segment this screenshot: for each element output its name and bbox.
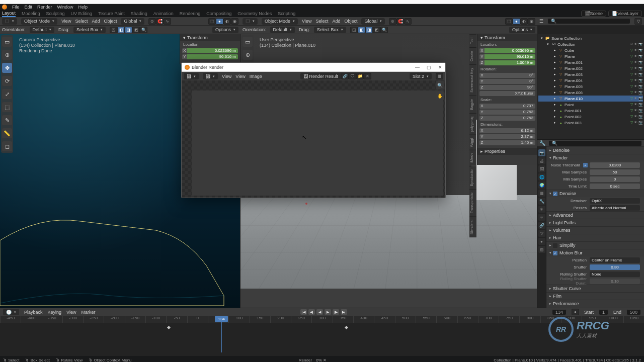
ptab-modifier[interactable]: 🔧 <box>538 198 545 205</box>
ws-texturepaint[interactable]: Texture Paint <box>98 11 125 16</box>
editor-type-L[interactable]: ⬚ <box>2 18 17 25</box>
timeline[interactable]: 🕑 Playback Keying View Marker |◀ ◀| ◀ ▶ … <box>0 308 644 356</box>
filter-icon[interactable]: ▽ <box>634 18 642 25</box>
tool-select-box[interactable]: ▭ <box>2 37 12 47</box>
folder-icon[interactable]: 📁 <box>356 73 364 79</box>
passes-select[interactable]: Albedo and Normal <box>590 205 640 211</box>
outliner-item[interactable]: ▸▽Plane.006▽👁📷 <box>538 89 643 96</box>
max-samples-field[interactable]: 50 <box>590 169 640 175</box>
outliner-item[interactable]: ▸▽Plane.003▽👁📷 <box>538 71 643 77</box>
ws-uvediting[interactable]: UV Editing <box>71 11 93 16</box>
outliner-item[interactable]: ▸▽Plane.004▽👁📷 <box>538 77 643 83</box>
tl-marker[interactable]: Marker <box>81 310 95 315</box>
maximize-icon[interactable]: ▢ <box>427 65 431 70</box>
ptab-texture[interactable]: ▨ <box>538 246 545 253</box>
shutter-field[interactable]: 0.80 <box>590 264 640 270</box>
link-icon[interactable]: 🔗 <box>341 73 349 79</box>
orient-R[interactable]: Global <box>361 18 385 25</box>
menu-render[interactable]: Render <box>37 5 52 10</box>
tool-rotate[interactable]: ⟳ <box>2 76 12 86</box>
ptab-data[interactable]: ▽ <box>538 230 545 237</box>
outliner-item[interactable]: ▸●Point.003▽👁📷 <box>538 120 643 126</box>
play-rev-icon[interactable]: ◀ <box>316 309 323 315</box>
ptab-world[interactable]: 🌍 <box>538 182 545 189</box>
image-mode[interactable]: 🖼 <box>203 73 218 79</box>
locR-x[interactable]: 0.023696 m <box>485 48 535 53</box>
image-editor-type[interactable]: 🖼 <box>184 73 199 79</box>
minimize-icon[interactable]: — <box>415 65 420 70</box>
shade-matprev-icon[interactable]: ◐ <box>223 18 231 25</box>
shade-solid-icon[interactable]: ● <box>216 18 223 25</box>
rot-mode[interactable]: XYZ Euler <box>479 91 535 96</box>
timeline-type-icon[interactable]: 🕑 <box>3 309 19 315</box>
locL-y[interactable]: 96.616 m <box>187 54 238 59</box>
shade-solid-icon[interactable]: ● <box>513 18 520 25</box>
tool-transform[interactable]: ⬚ <box>2 102 12 112</box>
editor-type-R[interactable]: ⬚ <box>243 18 258 25</box>
rolling-shutter-select[interactable]: None <box>590 272 640 277</box>
ws-animation[interactable]: Animation <box>153 11 174 16</box>
time-limit-field[interactable]: 0 sec <box>590 184 640 189</box>
viewlayer-selector[interactable]: 📑 ViewLayer <box>608 11 642 17</box>
viewL-menu-view[interactable]: View <box>61 19 71 24</box>
display-channels-icon[interactable]: ▦ <box>436 73 443 79</box>
ws-sculpting[interactable]: Sculpting <box>46 11 65 16</box>
orient-L[interactable]: Global <box>121 18 144 25</box>
viewL-menu-select[interactable]: Select <box>75 19 88 24</box>
tl-view[interactable]: View <box>66 310 76 315</box>
viewR-menu-select[interactable]: Select <box>315 19 328 24</box>
viewR-menu-add[interactable]: Add <box>332 19 340 24</box>
ptab-output[interactable]: 🖨 <box>538 157 545 164</box>
orientation-select-R[interactable]: Default <box>270 27 295 33</box>
render-window[interactable]: Blender Render — ▢ ✕ 🖼 🖼 View View Image… <box>181 62 446 198</box>
locL-x[interactable]: 0.023696 m <box>187 48 238 53</box>
shade-render-icon[interactable]: ◉ <box>231 18 238 25</box>
ws-geonodes[interactable]: Geometry Nodes <box>237 11 272 16</box>
outliner-search[interactable]: 🔍 <box>547 18 630 24</box>
mode-select-R[interactable]: Object Mode <box>262 18 298 25</box>
play-icon[interactable]: ▶ <box>325 309 331 315</box>
outliner-item[interactable]: ▸▽Plane▽👁📷 <box>538 53 643 59</box>
shade-wire-icon[interactable]: ⬚ <box>208 18 216 25</box>
outliner-item[interactable]: ▸●Point▽👁📷 <box>538 102 643 108</box>
keyframe-marker[interactable] <box>167 326 171 329</box>
denoiser-select[interactable]: OptiX <box>590 198 640 204</box>
outliner-item[interactable]: ▸●Point.002▽👁📷 <box>538 114 643 120</box>
options-L[interactable]: Options <box>212 27 238 33</box>
tool-select-box[interactable]: ▭ <box>243 37 253 47</box>
ptab-viewlayer[interactable]: 🖼 <box>538 165 545 172</box>
orientation-select-L[interactable]: Default <box>30 27 55 33</box>
locR-z[interactable]: 1.0049 m <box>485 60 535 65</box>
pan-icon[interactable]: ✋ <box>436 92 444 100</box>
render-canvas[interactable] <box>182 80 445 198</box>
viewR-menu-object[interactable]: Object <box>344 19 357 24</box>
render-result-name[interactable]: 🖼 Render Result <box>300 73 342 79</box>
noise-threshold-checkbox[interactable]: ✓ <box>583 163 588 167</box>
ws-scripting[interactable]: Scripting <box>278 11 295 16</box>
tool-cursor[interactable]: ⊕ <box>243 50 253 60</box>
start-frame-field[interactable]: 1 <box>599 309 608 315</box>
ptab-constraint[interactable]: 🔗 <box>538 222 545 229</box>
properties-panel[interactable]: Denoise Render Noise Threshold✓0.0200 Ma… <box>546 146 644 308</box>
tool-cursor[interactable]: ⊕ <box>2 50 12 60</box>
props-search[interactable]: 🔍 <box>548 140 642 146</box>
outliner-item[interactable]: ▸▽Plane.001▽👁📷 <box>538 59 643 65</box>
auto-key-icon[interactable]: ● <box>572 309 579 315</box>
drag-select-L[interactable]: Select Box <box>73 27 106 33</box>
ptab-render[interactable]: 📷 <box>538 149 545 156</box>
close-image-icon[interactable]: ✕ <box>364 73 371 79</box>
popup-menu-view2[interactable]: View <box>235 74 245 79</box>
tool-move[interactable]: ✥ <box>2 63 12 73</box>
menu-help[interactable]: Help <box>78 5 88 10</box>
tool-annotate[interactable]: ✎ <box>2 115 12 125</box>
next-key-icon[interactable]: |▶ <box>333 309 339 315</box>
zoom-icon[interactable]: 🔍 <box>436 81 444 89</box>
popup-menu-image[interactable]: Image <box>250 74 262 79</box>
locR-y[interactable]: 96.616 m <box>485 54 535 59</box>
mb-position-select[interactable]: Center on Frame <box>590 257 640 263</box>
ptab-object[interactable]: ▦ <box>538 190 545 197</box>
ptab-particles[interactable]: ✳ <box>538 206 545 213</box>
ws-rendering[interactable]: Rendering <box>180 11 201 16</box>
shield-icon[interactable]: 🛡 <box>349 73 356 79</box>
menu-window[interactable]: Window <box>57 5 73 10</box>
